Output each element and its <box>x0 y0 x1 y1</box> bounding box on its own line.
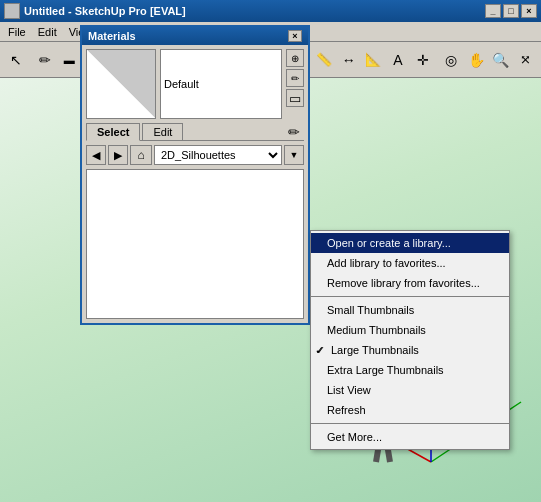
separator-2 <box>311 423 509 424</box>
tool-select[interactable]: ↖ <box>4 46 28 74</box>
menu-edit[interactable]: Edit <box>32 24 63 40</box>
material-name: Default <box>160 49 282 119</box>
window-title: Untitled - SketchUp Pro [EVAL] <box>24 5 186 17</box>
nav-row: ◀ ▶ ⌂ 2D_Silhouettes ▼ <box>86 145 304 165</box>
dialog-title: Materials <box>88 30 136 42</box>
nav-back-button[interactable]: ◀ <box>86 145 106 165</box>
ctx-open-library[interactable]: Open or create a library... <box>311 233 509 253</box>
tool-protractor[interactable]: 📐 <box>362 46 386 74</box>
tool-rectangle[interactable]: ▬ <box>58 46 82 74</box>
materials-dialog: Materials × Default ⊕ ✏ ▭ Select Edit <box>80 25 310 325</box>
dialog-close-button[interactable]: × <box>288 30 302 42</box>
library-menu-button[interactable]: ▼ <box>284 145 304 165</box>
tab-edit[interactable]: Edit <box>142 123 183 140</box>
tool-text[interactable]: A <box>386 46 410 74</box>
tool-dimension[interactable]: ↔ <box>337 46 361 74</box>
library-select[interactable]: 2D_Silhouettes <box>154 145 282 165</box>
maximize-button[interactable]: □ <box>503 4 519 18</box>
materials-grid <box>86 169 304 319</box>
tool-axes[interactable]: ✛ <box>411 46 435 74</box>
ctx-small-thumbs[interactable]: Small Thumbnails <box>311 300 509 320</box>
tool-zoom-extents[interactable]: ⤧ <box>514 46 538 74</box>
menu-file[interactable]: File <box>2 24 32 40</box>
preview-area: Default ⊕ ✏ ▭ <box>86 49 304 119</box>
pencil-icon: ✏ <box>288 123 304 140</box>
ctx-refresh[interactable]: Refresh <box>311 400 509 420</box>
nav-home-button[interactable]: ⌂ <box>130 145 152 165</box>
dialog-body: Default ⊕ ✏ ▭ Select Edit ✏ ◀ ▶ ⌂ 2D_Sil… <box>82 45 308 323</box>
preview-controls: ⊕ ✏ ▭ <box>286 49 304 119</box>
ctx-medium-thumbs[interactable]: Medium Thumbnails <box>311 320 509 340</box>
sample-paint-button[interactable]: ✏ <box>286 69 304 87</box>
ctx-add-favorites[interactable]: Add library to favorites... <box>311 253 509 273</box>
ctx-get-more[interactable]: Get More... <box>311 427 509 447</box>
tool-zoom[interactable]: 🔍 <box>489 46 513 74</box>
title-bar: Untitled - SketchUp Pro [EVAL] _ □ × <box>0 0 541 22</box>
dialog-title-bar: Materials × <box>82 27 308 45</box>
window-controls: _ □ × <box>485 4 537 18</box>
tool-tape[interactable]: 📏 <box>312 46 336 74</box>
tool-pencil[interactable]: ✏ <box>33 46 57 74</box>
separator-1 <box>311 296 509 297</box>
ctx-remove-favorites[interactable]: Remove library from favorites... <box>311 273 509 293</box>
tabs-row: Select Edit ✏ <box>86 123 304 141</box>
nav-forward-button[interactable]: ▶ <box>108 145 128 165</box>
tab-select[interactable]: Select <box>86 123 140 141</box>
app-icon <box>4 3 20 19</box>
fill-bucket-button[interactable]: ▭ <box>286 89 304 107</box>
tool-orbit[interactable]: ◎ <box>440 46 464 74</box>
close-button[interactable]: × <box>521 4 537 18</box>
ctx-xlarge-thumbs[interactable]: Extra Large Thumbnails <box>311 360 509 380</box>
ctx-large-thumbs[interactable]: ✓ Large Thumbnails <box>311 340 509 360</box>
material-preview <box>86 49 156 119</box>
tool-pan[interactable]: ✋ <box>464 46 488 74</box>
context-menu: Open or create a library... Add library … <box>310 230 510 450</box>
ctx-list-view[interactable]: List View <box>311 380 509 400</box>
minimize-button[interactable]: _ <box>485 4 501 18</box>
create-material-button[interactable]: ⊕ <box>286 49 304 67</box>
preview-triangle-light <box>86 49 155 118</box>
